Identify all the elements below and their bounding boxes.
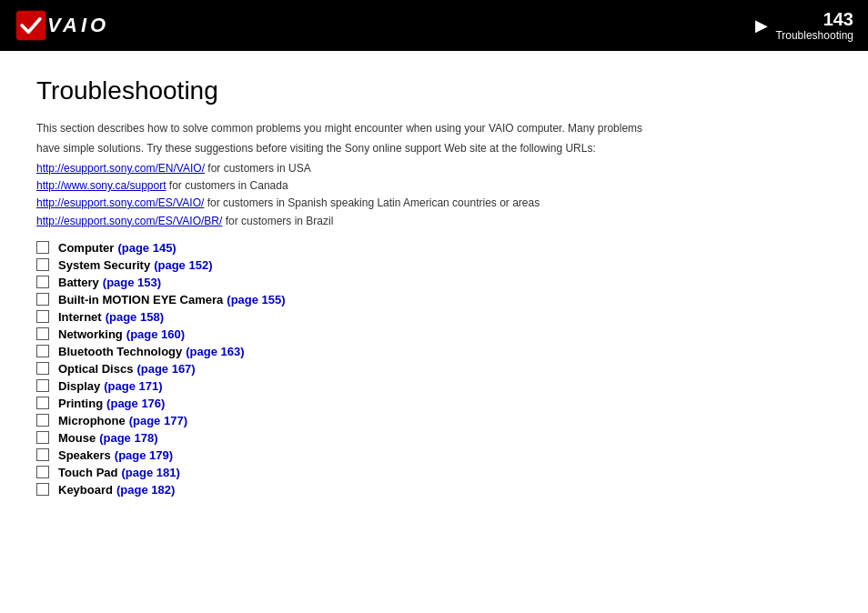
toc-item: Printing(page 176) <box>36 397 832 410</box>
link-line-2: http://www.sony.ca/support for customers… <box>36 177 832 195</box>
item-label: Display <box>58 379 100 393</box>
checkbox-icon <box>36 258 49 271</box>
main-content: Troubleshooting This section describes h… <box>0 51 868 518</box>
checkbox-icon <box>36 327 49 340</box>
item-label: Microphone <box>58 414 126 427</box>
checkbox-icon <box>36 414 49 427</box>
item-pageref[interactable]: (page 181) <box>121 466 179 479</box>
item-label: Optical Discs <box>58 362 133 376</box>
header: VAIO ▶ 143 Troubleshooting <box>0 0 868 51</box>
toc-item: Networking(page 160) <box>36 327 832 341</box>
item-pageref[interactable]: (page 160) <box>126 327 185 341</box>
item-pageref[interactable]: (page 182) <box>116 483 175 497</box>
checkbox-icon <box>36 276 49 288</box>
link-line-1: http://esupport.sony.com/EN/VAIO/ for cu… <box>36 160 832 177</box>
item-label: Internet <box>58 310 102 324</box>
item-label: Mouse <box>58 431 96 445</box>
item-pageref[interactable]: (page 153) <box>103 276 161 289</box>
item-label: Bluetooth Technology <box>58 345 182 358</box>
intro-line2: have simple solutions. Try these suggest… <box>36 140 832 156</box>
item-pageref[interactable]: (page 176) <box>106 397 165 410</box>
item-pageref[interactable]: (page 145) <box>117 241 176 255</box>
toc-item: Keyboard(page 182) <box>36 483 832 497</box>
link-line-4: http://esupport.sony.com/ES/VAIO/BR/ for… <box>36 213 832 230</box>
toc-item: Built-in MOTION EYE Camera(page 155) <box>36 293 832 306</box>
toc-item: Display(page 171) <box>36 379 832 393</box>
link-usa[interactable]: http://esupport.sony.com/EN/VAIO/ <box>36 162 205 175</box>
item-label: Built-in MOTION EYE Camera <box>58 293 223 306</box>
item-label: Keyboard <box>58 483 113 497</box>
link-canada[interactable]: http://www.sony.ca/support <box>36 179 167 192</box>
item-pageref[interactable]: (page 177) <box>129 414 187 427</box>
checkbox-icon <box>36 466 49 478</box>
checkbox-icon <box>36 345 49 357</box>
item-pageref[interactable]: (page 167) <box>136 362 195 376</box>
item-pageref[interactable]: (page 152) <box>154 258 212 272</box>
link-line-3: http://esupport.sony.com/ES/VAIO/ for cu… <box>36 195 832 212</box>
link-usa-suffix: for customers in USA <box>205 162 311 175</box>
item-label: Computer <box>58 241 114 255</box>
toc-item: Speakers(page 179) <box>36 448 832 462</box>
toc-item: Bluetooth Technology(page 163) <box>36 345 832 358</box>
checkbox-icon <box>36 448 49 461</box>
toc-item: Battery(page 153) <box>36 276 832 289</box>
toc-item: System Security(page 152) <box>36 258 832 272</box>
item-label: Battery <box>58 276 99 289</box>
header-arrow-icon: ▶ <box>755 15 768 35</box>
item-pageref[interactable]: (page 178) <box>99 431 157 445</box>
toc-item: Microphone(page 177) <box>36 414 832 427</box>
item-pageref[interactable]: (page 155) <box>227 293 285 306</box>
checkbox-icon <box>36 310 49 323</box>
link-latam-suffix: for customers in Spanish speaking Latin … <box>204 196 540 209</box>
support-links: http://esupport.sony.com/EN/VAIO/ for cu… <box>36 160 832 230</box>
item-pageref[interactable]: (page 158) <box>106 310 164 324</box>
item-label: Networking <box>58 327 123 341</box>
logo-area: VAIO <box>15 9 109 42</box>
link-brazil[interactable]: http://esupport.sony.com/ES/VAIO/BR/ <box>36 215 222 227</box>
toc-item: Touch Pad(page 181) <box>36 466 832 479</box>
page-number: 143 <box>775 9 853 29</box>
header-section: Troubleshooting <box>775 29 853 42</box>
toc-item: Internet(page 158) <box>36 310 832 324</box>
item-label: Printing <box>58 397 103 410</box>
checkbox-icon <box>36 431 49 444</box>
toc-item: Mouse(page 178) <box>36 431 832 445</box>
item-pageref[interactable]: (page 171) <box>104 379 162 393</box>
intro-line1: This section describes how to solve comm… <box>36 120 832 136</box>
toc-item: Optical Discs(page 167) <box>36 362 832 376</box>
checkbox-icon <box>36 379 49 392</box>
checkbox-icon <box>36 293 49 306</box>
link-canada-suffix: for customers in Canada <box>167 179 288 192</box>
checkbox-icon <box>36 241 49 254</box>
item-label: System Security <box>58 258 150 272</box>
link-brazil-suffix: for customers in Brazil <box>222 215 333 227</box>
vaio-logo-text: VAIO <box>47 14 109 37</box>
checkbox-icon <box>36 397 49 409</box>
vaio-check-icon <box>15 9 47 42</box>
item-pageref[interactable]: (page 179) <box>115 448 173 462</box>
toc-list: Computer(page 145)System Security(page 1… <box>36 241 832 497</box>
item-label: Touch Pad <box>58 466 117 479</box>
checkbox-icon <box>36 483 49 496</box>
toc-item: Computer(page 145) <box>36 241 832 255</box>
item-pageref[interactable]: (page 163) <box>186 345 244 358</box>
checkbox-icon <box>36 362 49 375</box>
link-latam[interactable]: http://esupport.sony.com/ES/VAIO/ <box>36 196 204 209</box>
header-page-info: 143 Troubleshooting <box>775 9 853 42</box>
header-right: ▶ 143 Troubleshooting <box>755 9 853 42</box>
page-title: Troubleshooting <box>36 76 832 106</box>
item-label: Speakers <box>58 448 111 462</box>
